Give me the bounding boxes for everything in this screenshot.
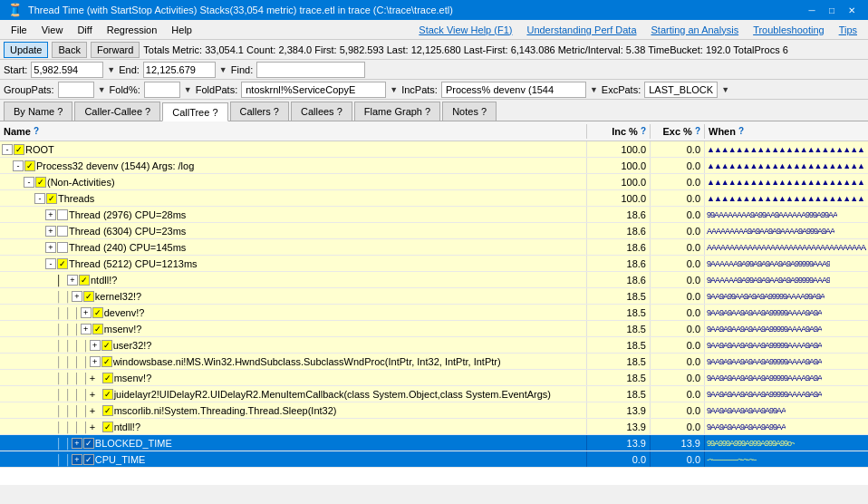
minimize-button[interactable]: ─ [803, 1, 821, 19]
grouppats-arrow[interactable]: ▼ [98, 85, 106, 94]
table-row[interactable]: │ │ │ │ + msenv!? 18.5 0.0 9AA9A9AA9A9AA… [0, 370, 868, 386]
col-header-when[interactable]: When ? [705, 124, 868, 139]
start-dropdown-arrow[interactable]: ▼ [107, 65, 115, 74]
foldpats-arrow[interactable]: ▼ [390, 85, 398, 94]
expand-button[interactable]: + [81, 324, 92, 334]
expand-button[interactable]: + [72, 438, 82, 449]
expand-button[interactable]: - [45, 258, 56, 269]
grouppats-input[interactable] [58, 82, 94, 98]
menu-diff[interactable]: Diff [70, 23, 99, 37]
table-row-cpu[interactable]: │ │ + ✓ CPU_TIME 0.0 0.0 -~-------------… [0, 451, 868, 468]
col-inc-help[interactable]: ? [641, 126, 646, 136]
table-row[interactable]: │ + ntdll!? 18.6 0.0 9AAAAAA9A99A9A9AA9A… [0, 272, 868, 288]
find-input[interactable] [256, 62, 365, 78]
expand-button[interactable]: + [45, 209, 56, 220]
tab-callees[interactable]: Callees ? [291, 102, 352, 121]
row-checkbox[interactable] [57, 209, 68, 220]
table-row[interactable]: │ │ + kernel32!? 18.5 0.0 9AA9A99AA9A9A9… [0, 288, 868, 305]
table-row[interactable]: │ │ │ │ + user32!? 18.5 0.0 9AA9A9AA9A9A… [0, 337, 868, 354]
menu-view[interactable]: View [34, 23, 71, 37]
table-row[interactable]: - Thread (5212) CPU=1213ms 18.6 0.0 9AAA… [0, 256, 868, 272]
expand-button[interactable]: - [34, 193, 45, 204]
row-checkbox[interactable] [92, 324, 103, 334]
expand-button[interactable]: + [67, 275, 78, 286]
row-checkbox[interactable] [35, 177, 46, 188]
table-row[interactable]: │ │ │ │ + ntdll!? 13.9 0.0 9AA9A9AA9A9AA… [0, 419, 868, 435]
foldpats-input[interactable]: ntoskrnl!%ServiceCopyE [241, 82, 386, 98]
row-checkbox[interactable] [92, 307, 103, 318]
table-row[interactable]: - ROOT 100.0 0.0 ▲▲▲▲▲▲▲▲▲▲▲▲▲▲▲▲▲▲▲▲▲▲▲… [0, 141, 868, 158]
expand-button[interactable]: + [45, 242, 56, 253]
tab-caller-callee[interactable]: Caller-Callee ? [74, 102, 160, 121]
menu-file[interactable]: File [4, 23, 34, 37]
table-row[interactable]: │ │ │ + msenv!? 18.5 0.0 9AA9A9AA9A9AA9A… [0, 321, 868, 337]
row-checkbox[interactable] [102, 373, 113, 383]
table-row[interactable]: + Thread (6304) CPU=23ms 18.6 0.0 AAAAAA… [0, 223, 868, 239]
tab-byname[interactable]: By Name ? [4, 102, 72, 121]
table-row[interactable]: │ │ │ │ + mscorlib.ni!System.Threading.T… [0, 402, 868, 419]
col-header-exc[interactable]: Exc % ? [651, 124, 705, 139]
row-checkbox[interactable]: ✓ [83, 454, 94, 465]
col-when-help[interactable]: ? [738, 126, 744, 136]
expand-button[interactable]: + [90, 340, 101, 351]
fold-input[interactable] [144, 82, 180, 98]
menu-link-perf[interactable]: Understanding Perf Data [519, 23, 643, 37]
table-row[interactable]: │ │ │ + devenv!? 18.5 0.0 9AA9A9AA9A9AA9… [0, 305, 868, 321]
forward-button[interactable]: Forward [91, 42, 140, 58]
table-row[interactable]: - Process32 devenv (1544) Args: /log 100… [0, 158, 868, 174]
end-input[interactable] [143, 62, 216, 78]
expand-button[interactable]: + [81, 307, 92, 318]
table-row[interactable]: + Thread (240) CPU=145ms 18.6 0.0 AAAAAA… [0, 239, 868, 256]
expand-button[interactable]: - [24, 177, 34, 188]
expand-button[interactable]: + [90, 356, 101, 367]
table-row-blocked[interactable]: │ │ + ✓ BLOCKED_TIME 13.9 13.9 99A999A99… [0, 435, 868, 451]
expand-button[interactable]: - [2, 144, 13, 155]
col-name-help[interactable]: ? [34, 126, 39, 136]
table-row[interactable]: + Thread (2976) CPU=28ms 18.6 0.0 99AAAA… [0, 207, 868, 223]
menu-link-tips[interactable]: Tips [832, 23, 864, 37]
col-header-inc[interactable]: Inc % ? [587, 124, 651, 139]
end-dropdown-arrow[interactable]: ▼ [219, 65, 227, 74]
row-checkbox[interactable] [79, 275, 90, 286]
row-checkbox[interactable] [83, 291, 94, 302]
incpats-input[interactable]: Process% devenv (1544 [441, 82, 586, 98]
row-checkbox[interactable] [24, 160, 35, 171]
col-exc-help[interactable]: ? [695, 126, 700, 136]
menu-help[interactable]: Help [164, 23, 199, 37]
table-row[interactable]: │ │ │ │ + windowsbase.ni!MS.Win32.HwndSu… [0, 354, 868, 370]
expand-button[interactable]: - [13, 160, 24, 171]
row-checkbox[interactable] [102, 422, 113, 432]
excpats-arrow[interactable]: ▼ [721, 85, 729, 94]
row-checkbox[interactable] [102, 389, 113, 400]
tab-flamegraph[interactable]: Flame Graph ? [354, 102, 440, 121]
row-checkbox[interactable] [57, 242, 68, 253]
back-button[interactable]: Back [52, 42, 86, 58]
update-button[interactable]: Update [4, 42, 48, 58]
start-input[interactable] [31, 62, 103, 78]
table-row[interactable]: - Threads 100.0 0.0 ▲▲▲▲▲▲▲▲▲▲▲▲▲▲▲▲▲▲▲▲… [0, 190, 868, 207]
row-checkbox[interactable] [57, 226, 68, 237]
table-row[interactable]: - (Non-Activities) 100.0 0.0 ▲▲▲▲▲▲▲▲▲▲▲… [0, 174, 868, 190]
incpats-arrow[interactable]: ▼ [590, 85, 598, 94]
col-header-name[interactable]: Name ? [0, 124, 587, 139]
close-button[interactable]: ✕ [843, 1, 861, 19]
row-checkbox[interactable] [102, 405, 113, 416]
maximize-button[interactable]: □ [823, 1, 841, 19]
fold-arrow[interactable]: ▼ [184, 85, 192, 94]
row-checkbox[interactable] [57, 258, 68, 269]
menu-link-stackview[interactable]: Stack View Help (F1) [411, 23, 519, 37]
menu-link-troubleshooting[interactable]: Troubleshooting [746, 23, 831, 37]
menu-link-analysis[interactable]: Starting an Analysis [644, 23, 747, 37]
row-checkbox[interactable] [46, 193, 57, 204]
expand-button[interactable]: + [72, 454, 82, 465]
row-checkbox[interactable] [101, 356, 112, 367]
expand-button[interactable]: + [72, 291, 82, 302]
tab-calltree[interactable]: CallTree ? [162, 102, 227, 121]
tab-callers[interactable]: Callers ? [230, 102, 289, 121]
row-checkbox[interactable] [14, 144, 24, 155]
excpats-input[interactable]: LAST_BLOCK [644, 82, 718, 98]
row-checkbox[interactable]: ✓ [83, 438, 94, 449]
row-checkbox[interactable] [101, 340, 112, 351]
menu-regression[interactable]: Regression [100, 23, 165, 37]
tab-notes[interactable]: Notes ? [442, 102, 497, 121]
